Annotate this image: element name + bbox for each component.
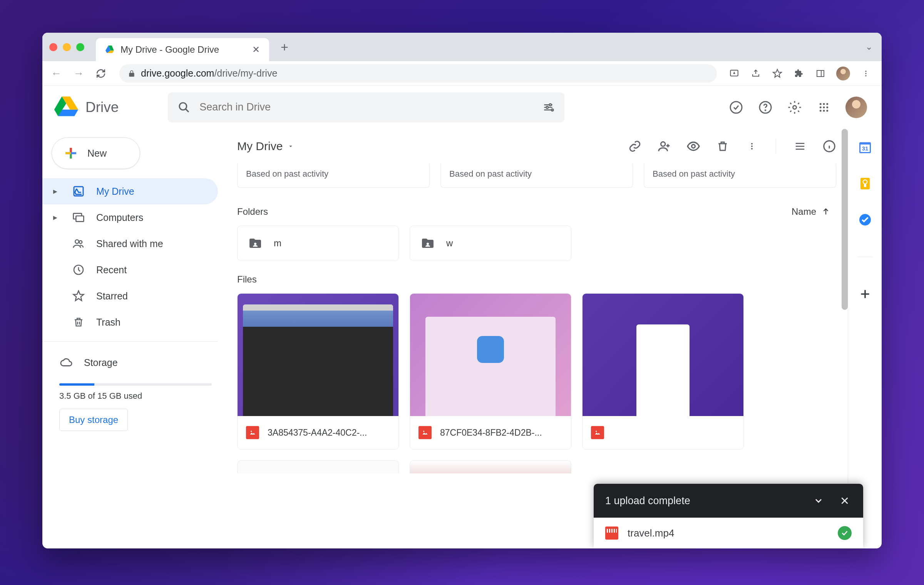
file-thumbnail (583, 294, 743, 416)
collapse-toast-icon[interactable] (812, 494, 825, 508)
delete-icon[interactable] (716, 139, 730, 153)
folder-item[interactable]: w (410, 226, 571, 261)
apps-grid-icon[interactable] (816, 100, 832, 115)
svg-point-20 (820, 110, 822, 112)
browser-menu-icon[interactable] (860, 68, 872, 79)
close-tab-button[interactable]: ✕ (252, 44, 260, 55)
back-button[interactable]: ← (49, 67, 63, 80)
tab-title: My Drive - Google Drive (121, 44, 247, 55)
file-item[interactable]: 87CF0E34-8FB2-4D2B-... (410, 293, 571, 450)
bookmark-star-icon[interactable] (772, 68, 783, 79)
preview-icon[interactable] (686, 139, 700, 153)
close-window-button[interactable] (49, 43, 57, 51)
share-icon[interactable] (750, 68, 762, 79)
plus-icon (63, 145, 79, 161)
uploaded-file-name: travel.mp4 (628, 527, 829, 539)
get-link-icon[interactable] (628, 139, 642, 153)
trash-icon (72, 315, 85, 329)
file-thumbnail (238, 294, 398, 416)
maximize-window-button[interactable] (76, 43, 84, 51)
svg-point-10 (730, 102, 742, 113)
sidebar-item-storage[interactable]: Storage (59, 349, 212, 376)
svg-point-13 (793, 105, 797, 109)
svg-point-21 (823, 110, 825, 112)
file-item[interactable]: 3A854375-A4A2-40C2-... (237, 293, 399, 450)
buy-storage-button[interactable]: Buy storage (59, 409, 128, 431)
file-item[interactable] (582, 293, 744, 450)
file-item[interactable] (410, 460, 571, 473)
sidepanel-icon[interactable] (815, 68, 826, 79)
sort-button[interactable]: Name (792, 206, 830, 217)
search-icon (178, 101, 190, 114)
reload-button[interactable] (94, 67, 108, 80)
add-addon-icon[interactable] (858, 287, 872, 301)
recent-icon (72, 263, 85, 277)
svg-rect-25 (76, 216, 84, 222)
list-view-icon[interactable] (793, 139, 807, 153)
folders-heading: Folders (237, 206, 268, 217)
more-actions-icon[interactable] (745, 139, 759, 153)
settings-icon[interactable] (787, 100, 802, 115)
svg-point-30 (692, 145, 695, 148)
close-toast-icon[interactable] (838, 494, 852, 508)
sidebar-item-my-drive[interactable]: ▶ My Drive (42, 178, 218, 204)
suggestion-card[interactable]: Based on past activity (440, 164, 633, 188)
suggestions-row: Based on past activity Based on past act… (237, 164, 848, 188)
browser-tab[interactable]: My Drive - Google Drive ✕ (96, 38, 269, 61)
sidebar-item-recent[interactable]: Recent (42, 257, 218, 283)
search-input[interactable] (199, 101, 533, 113)
svg-point-35 (254, 243, 256, 245)
image-file-icon (591, 426, 604, 439)
share-person-icon[interactable] (657, 139, 671, 153)
expand-icon[interactable]: ▶ (53, 188, 61, 194)
tabs-dropdown[interactable]: ⌄ (865, 42, 872, 52)
success-check-icon (838, 526, 852, 540)
toast-title: 1 upload complete (605, 495, 799, 507)
image-file-icon (246, 426, 259, 439)
expand-icon[interactable]: ▶ (53, 214, 61, 221)
svg-point-22 (826, 110, 828, 112)
svg-point-17 (820, 106, 822, 108)
profile-avatar[interactable] (836, 67, 850, 80)
search-filter-icon[interactable] (542, 101, 554, 114)
drive-logo[interactable]: Drive (53, 94, 119, 120)
search-bar[interactable] (168, 92, 564, 122)
cloud-icon (59, 356, 73, 369)
sidebar-item-starred[interactable]: Starred (42, 283, 218, 309)
forward-button[interactable]: → (72, 67, 85, 80)
svg-point-7 (549, 104, 551, 105)
new-tab-button[interactable]: + (281, 40, 288, 55)
ready-offline-icon[interactable] (728, 100, 744, 115)
account-avatar[interactable] (845, 97, 867, 118)
sidebar-item-shared[interactable]: Shared with me (42, 231, 218, 257)
storage-used-text: 3.5 GB of 15 GB used (59, 391, 212, 401)
install-app-icon[interactable] (728, 68, 740, 79)
scrollbar[interactable] (842, 129, 848, 310)
extensions-icon[interactable] (793, 68, 805, 79)
details-icon[interactable] (822, 139, 836, 153)
address-bar[interactable]: drive.google.com/drive/my-drive (119, 64, 717, 83)
window-controls (49, 43, 84, 51)
new-button[interactable]: New (52, 137, 140, 169)
svg-point-31 (751, 143, 753, 145)
computers-icon (72, 211, 85, 224)
tasks-app-icon[interactable] (858, 213, 872, 227)
shared-folder-icon (421, 236, 435, 250)
breadcrumb[interactable]: My Drive (237, 140, 294, 153)
lock-icon (128, 70, 136, 77)
sidebar-item-computers[interactable]: ▶ Computers (42, 204, 218, 231)
folder-item[interactable]: m (237, 226, 399, 261)
drive-logo-text: Drive (85, 99, 119, 115)
minimize-window-button[interactable] (63, 43, 71, 51)
storage-section: Storage 3.5 GB of 15 GB used Buy storage (42, 348, 227, 431)
sidebar-item-trash[interactable]: Trash (42, 309, 218, 335)
svg-point-32 (751, 145, 753, 147)
keep-app-icon[interactable] (858, 177, 872, 191)
suggestion-card[interactable]: Based on past activity (237, 164, 430, 188)
calendar-app-icon[interactable]: 31 (858, 140, 872, 154)
file-item[interactable] (237, 460, 399, 473)
suggestion-card[interactable]: Based on past activity (644, 164, 836, 188)
shared-icon (72, 237, 85, 251)
support-icon[interactable] (758, 100, 773, 115)
star-icon (72, 289, 85, 303)
